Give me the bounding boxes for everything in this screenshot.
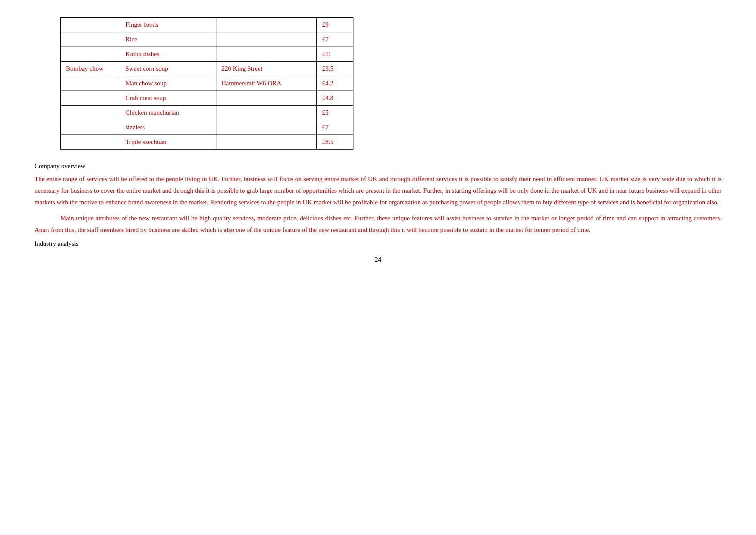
table-cell-address (216, 91, 316, 106)
table-cell-address (216, 135, 316, 150)
menu-table-container: Finger foods£9Rice£7Kothu dishes£11Bomba… (34, 17, 722, 150)
table-cell-address: Hammersmit W6 ORA (216, 76, 316, 91)
table-row: Kothu dishes£11 (61, 47, 353, 62)
company-overview-paragraph1: The entire range of services will be off… (34, 173, 722, 208)
table-cell-item: Rice (120, 32, 216, 47)
table-cell-category (61, 106, 120, 120)
table-cell-address: 220 King Street (216, 62, 316, 76)
company-overview-paragraph2: Main unique attributes of the new restau… (34, 213, 722, 236)
table-cell-price: £7 (317, 120, 353, 135)
table-cell-address (216, 120, 316, 135)
table-row: sizzlers£7 (61, 120, 353, 135)
table-cell-price: £4.2 (317, 76, 353, 91)
company-overview-heading: Company overview (34, 163, 722, 170)
table-cell-address (216, 106, 316, 120)
table-row: Chicken manchurian£5 (61, 106, 353, 120)
table-row: Crab meat soup£4.8 (61, 91, 353, 106)
table-cell-item: Finger foods (120, 18, 216, 32)
table-row: Rice£7 (61, 32, 353, 47)
table-cell-price: £5 (317, 106, 353, 120)
table-cell-category (61, 47, 120, 62)
table-cell-item: Chicken manchurian (120, 106, 216, 120)
table-cell-address (216, 18, 316, 32)
table-cell-price: £7 (317, 32, 353, 47)
table-cell-item: Crab meat soup (120, 91, 216, 106)
table-cell-category: Bombay chow (61, 62, 120, 76)
menu-table: Finger foods£9Rice£7Kothu dishes£11Bomba… (60, 17, 353, 150)
industry-analysis-heading: Industry analysis (34, 240, 722, 247)
table-cell-category (61, 135, 120, 150)
table-row: Man chow soupHammersmit W6 ORA£4.2 (61, 76, 353, 91)
table-cell-price: £8.5 (317, 135, 353, 150)
table-cell-category (61, 120, 120, 135)
page-number: 24 (34, 256, 722, 263)
table-cell-item: Man chow soup (120, 76, 216, 91)
table-cell-category (61, 18, 120, 32)
table-cell-category (61, 76, 120, 91)
table-cell-price: £11 (317, 47, 353, 62)
company-overview-section: Company overview The entire range of ser… (34, 163, 722, 247)
table-cell-item: Triple szechuan (120, 135, 216, 150)
table-cell-item: sizzlers (120, 120, 216, 135)
table-cell-category (61, 91, 120, 106)
table-cell-price: £9 (317, 18, 353, 32)
table-cell-address (216, 47, 316, 62)
table-cell-item: Kothu dishes (120, 47, 216, 62)
table-row: Bombay chowSweet corn soup220 King Stree… (61, 62, 353, 76)
table-cell-category (61, 32, 120, 47)
table-row: Finger foods£9 (61, 18, 353, 32)
table-cell-price: £4.8 (317, 91, 353, 106)
table-row: Triple szechuan£8.5 (61, 135, 353, 150)
table-cell-item: Sweet corn soup (120, 62, 216, 76)
table-cell-price: £3.5 (317, 62, 353, 76)
table-cell-address (216, 32, 316, 47)
